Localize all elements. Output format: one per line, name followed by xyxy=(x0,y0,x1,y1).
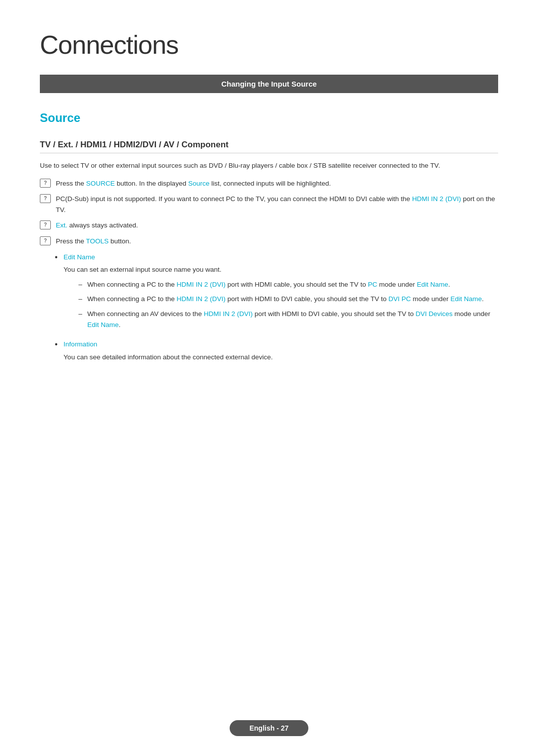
sub-text-1: When connecting a PC to the HDMI IN 2 (D… xyxy=(87,279,450,290)
note-icon-4: ? xyxy=(40,236,51,245)
edit-name-link-1: Edit Name xyxy=(417,281,448,288)
dot-marker-1: • xyxy=(55,252,58,263)
dvi-pc-link: DVI PC xyxy=(389,295,411,303)
page-title: Connections xyxy=(40,30,498,60)
edit-name-content: Edit Name You can set an external input … xyxy=(64,252,498,334)
section-header-text: Changing the Input Source xyxy=(221,80,317,88)
dash-1: – xyxy=(79,279,83,290)
dvi-devices-link: DVI Devices xyxy=(415,310,452,318)
pc-mode-link: PC xyxy=(368,281,377,288)
information-content: Information You can see detailed informa… xyxy=(64,339,273,362)
hdmi-in-2-link-3: HDMI IN 2 (DVI) xyxy=(176,295,225,303)
note-text-2: PC(D-Sub) input is not supported. If you… xyxy=(56,194,498,215)
note-text-3: Ext. always stays activated. xyxy=(56,220,138,231)
hdmi-in-2-link-4: HDMI IN 2 (DVI) xyxy=(204,310,253,318)
sub-item-1: – When connecting a PC to the HDMI IN 2 … xyxy=(79,279,498,290)
note-list: ? Press the SOURCE button. In the displa… xyxy=(40,178,498,247)
dash-2: – xyxy=(79,294,83,305)
information-label: Information xyxy=(64,340,98,348)
sub-text-2: When connecting a PC to the HDMI IN 2 (D… xyxy=(87,294,484,305)
hdmi-in-2-link-1: HDMI IN 2 (DVI) xyxy=(412,195,461,203)
note-item-2: ? PC(D-Sub) input is not supported. If y… xyxy=(40,194,498,215)
dot-bullets-list: • Edit Name You can set an external inpu… xyxy=(55,252,498,363)
source-heading: Source xyxy=(40,111,498,125)
note-text-1: Press the SOURCE button. In the displaye… xyxy=(56,178,331,189)
information-desc: You can see detailed information about t… xyxy=(64,352,273,363)
subsection-heading: TV / Ext. / HDMI1 / HDMI2/DVI / AV / Com… xyxy=(40,140,498,153)
edit-name-desc: You can set an external input source nam… xyxy=(64,264,498,275)
dot-item-edit-name: • Edit Name You can set an external inpu… xyxy=(55,252,498,334)
page-container: Connections Changing the Input Source So… xyxy=(0,0,538,407)
page-footer: English - 27 xyxy=(0,720,538,736)
edit-name-link-3: Edit Name xyxy=(87,321,119,328)
note-item-1: ? Press the SOURCE button. In the displa… xyxy=(40,178,498,189)
sub-item-2: – When connecting a PC to the HDMI IN 2 … xyxy=(79,294,498,305)
sub-text-3: When connecting an AV devices to the HDM… xyxy=(87,309,498,330)
source-keyword: SOURCE xyxy=(86,180,115,187)
dash-3: – xyxy=(79,309,83,320)
note-item-4: ? Press the TOOLS button. xyxy=(40,236,498,247)
note-item-3: ? Ext. always stays activated. xyxy=(40,220,498,231)
hdmi-in-2-link-2: HDMI IN 2 (DVI) xyxy=(176,281,225,288)
note-icon-1: ? xyxy=(40,179,51,188)
note-icon-2: ? xyxy=(40,194,51,203)
edit-name-sub-list: – When connecting a PC to the HDMI IN 2 … xyxy=(79,279,498,330)
source-link: Source xyxy=(188,180,210,187)
ext-link: Ext. xyxy=(56,221,67,229)
dot-marker-2: • xyxy=(55,339,58,350)
description-text: Use to select TV or other external input… xyxy=(40,160,498,171)
dot-item-information: • Information You can see detailed infor… xyxy=(55,339,498,362)
note-icon-3: ? xyxy=(40,220,51,229)
edit-name-link-2: Edit Name xyxy=(450,295,482,303)
tools-keyword: TOOLS xyxy=(86,237,109,245)
note-text-4: Press the TOOLS button. xyxy=(56,236,131,247)
sub-item-3: – When connecting an AV devices to the H… xyxy=(79,309,498,330)
page-number-badge: English - 27 xyxy=(230,720,309,736)
section-header: Changing the Input Source xyxy=(40,75,498,93)
edit-name-label: Edit Name xyxy=(64,253,95,261)
